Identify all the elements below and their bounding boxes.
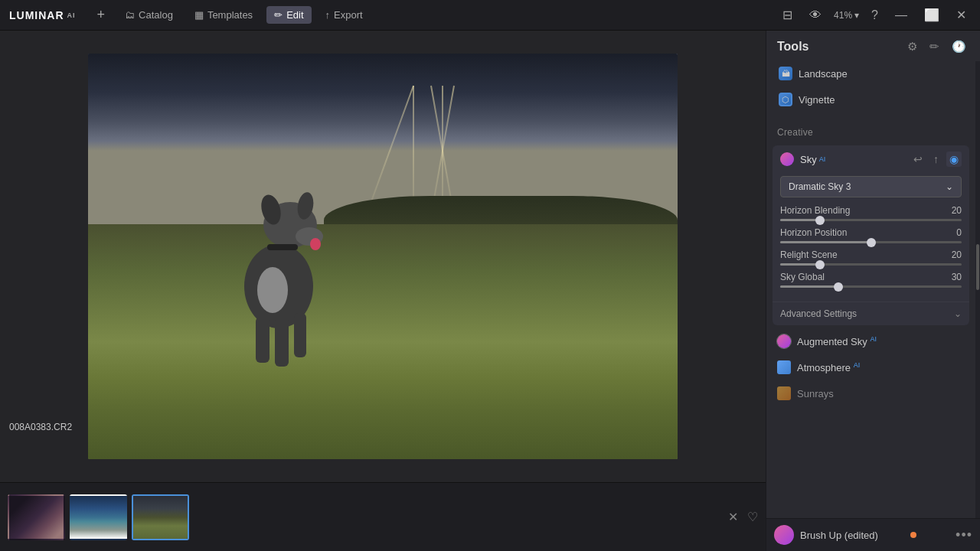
- dual-view-icon[interactable]: ⊟: [778, 5, 797, 25]
- filmstrip-thumb-2[interactable]: [70, 494, 127, 540]
- sky-global-track[interactable]: [780, 285, 962, 288]
- catalog-nav-button[interactable]: 🗂 Catalog: [117, 6, 181, 24]
- panel-header-icons: ⚙ ✏ 🕐: [904, 38, 969, 55]
- zoom-value: 41%: [834, 10, 852, 21]
- svg-rect-8: [294, 313, 306, 357]
- image-dog: [217, 164, 340, 378]
- templates-nav-button[interactable]: ▦ Templates: [187, 6, 260, 24]
- export-icon: ↑: [325, 9, 331, 21]
- catalog-icon: 🗂: [125, 9, 135, 21]
- sunrays-icon: [777, 386, 791, 400]
- thumb-1-img: [9, 496, 64, 539]
- panel-scroll[interactable]: 🏔 Landscape ⬡ Vignette Creative S: [766, 61, 975, 518]
- relight-scene-track[interactable]: [780, 263, 962, 266]
- main-layout: 008A0383.CR2 ✕ ♡ Tools ⚙ ✏: [0, 31, 980, 551]
- horizon-position-fill: [780, 241, 871, 243]
- panel-content: 🏔 Landscape ⬡ Vignette Creative S: [766, 61, 980, 518]
- horizon-blending-thumb[interactable]: [815, 216, 825, 225]
- help-icon[interactable]: ?: [867, 5, 883, 25]
- sunrays-item[interactable]: Sunrays: [766, 380, 975, 406]
- horizon-blending-label-row: Horizon Blending 20: [780, 205, 962, 216]
- edit-label: Edit: [286, 9, 303, 21]
- augmented-sky-item[interactable]: Augmented Sky AI: [766, 328, 975, 354]
- advanced-settings-label: Advanced Settings: [780, 308, 857, 319]
- relight-scene-label: Relight Scene: [780, 249, 838, 260]
- horizon-position-slider-row: Horizon Position 0: [780, 227, 962, 243]
- landscape-tool-label: Landscape: [799, 68, 848, 80]
- brush-more-button[interactable]: •••: [956, 527, 972, 543]
- sky-panel-header[interactable]: Sky AI ↩ ↑ ◉: [773, 145, 969, 173]
- relight-scene-value: 20: [952, 249, 962, 260]
- add-button[interactable]: +: [91, 4, 112, 26]
- sky-undo-icon[interactable]: ↩: [910, 152, 926, 167]
- panel-title: Tools: [777, 40, 808, 54]
- svg-rect-6: [256, 317, 270, 363]
- advanced-settings-row[interactable]: Advanced Settings ⌄: [773, 302, 969, 325]
- horizon-position-thumb[interactable]: [867, 238, 876, 247]
- panel-header: Tools ⚙ ✏ 🕐: [766, 31, 980, 61]
- export-label: Export: [334, 9, 363, 21]
- horizon-position-label-row: Horizon Position 0: [780, 227, 962, 238]
- sky-upload-icon[interactable]: ↑: [930, 152, 942, 167]
- panel-settings-icon[interactable]: ⚙: [904, 38, 920, 55]
- thumb-3-img: [133, 496, 188, 539]
- vignette-tool-item[interactable]: ⬡ Vignette: [773, 87, 969, 112]
- filmstrip-thumb-1[interactable]: [8, 494, 65, 540]
- app-logo: LUMINAR AI: [9, 9, 76, 21]
- sky-panel-title: Sky AI: [800, 154, 825, 165]
- canvas-area[interactable]: 008A0383.CR2: [0, 31, 766, 482]
- relight-scene-thumb[interactable]: [815, 260, 825, 269]
- sky-global-slider-row: Sky Global 30: [780, 272, 962, 288]
- eye-icon[interactable]: 👁: [805, 5, 826, 25]
- augmented-sky-label: Augmented Sky AI: [797, 335, 877, 347]
- sky-preset-chevron-icon: ⌄: [946, 181, 953, 192]
- filmstrip-thumb-3[interactable]: [132, 494, 189, 540]
- sky-panel-actions: ↩ ↑ ◉: [910, 152, 962, 167]
- filmstrip: ✕ ♡: [0, 482, 766, 551]
- vignette-icon: ⬡: [779, 93, 792, 106]
- templates-label: Templates: [207, 9, 253, 21]
- filename: 008A0383.CR2: [9, 422, 72, 432]
- brush-label: Brush Up (edited): [800, 530, 878, 541]
- atmosphere-label: Atmosphere AI: [797, 361, 860, 373]
- app-name: LUMINAR: [9, 9, 64, 21]
- sky-global-thumb[interactable]: [834, 282, 843, 292]
- zoom-control[interactable]: 41% ▾: [834, 10, 859, 21]
- horizon-blending-track[interactable]: [780, 219, 962, 221]
- sky-preset-value: Dramatic Sky 3: [789, 181, 851, 192]
- catalog-label: Catalog: [139, 9, 173, 21]
- close-icon[interactable]: ✕: [952, 5, 971, 25]
- horizon-blending-slider-row: Horizon Blending 20: [780, 205, 962, 221]
- relight-scene-label-row: Relight Scene 20: [780, 249, 962, 260]
- main-image: [88, 54, 678, 459]
- sky-global-fill: [780, 285, 838, 288]
- templates-icon: ▦: [194, 9, 204, 21]
- edit-nav-button[interactable]: ✏ Edit: [266, 6, 311, 24]
- panel-history-icon[interactable]: 🕐: [949, 38, 969, 55]
- sky-ai-badge: AI: [819, 155, 826, 163]
- panel-scrollbar[interactable]: [975, 61, 980, 518]
- maximize-icon[interactable]: ⬜: [920, 5, 944, 25]
- landscape-tool-item[interactable]: 🏔 Landscape: [773, 61, 969, 86]
- horizon-position-track[interactable]: [780, 241, 962, 243]
- tools-list: 🏔 Landscape ⬡ Vignette: [766, 61, 975, 119]
- sky-preset-dropdown[interactable]: Dramatic Sky 3 ⌄: [780, 176, 962, 197]
- creative-section-label: Creative: [766, 119, 975, 142]
- export-nav-button[interactable]: ↑ Export: [318, 6, 371, 24]
- filmstrip-close-icon[interactable]: ✕: [728, 510, 738, 524]
- sky-content: Dramatic Sky 3 ⌄ Horizon Blending 20: [773, 173, 969, 302]
- horizon-position-value: 0: [956, 227, 962, 238]
- augmented-sky-icon: [777, 334, 791, 348]
- filmstrip-favorite-icon[interactable]: ♡: [747, 510, 758, 524]
- atmosphere-item[interactable]: Atmosphere AI: [766, 354, 975, 380]
- filmstrip-actions: ✕ ♡: [728, 510, 758, 524]
- svg-rect-7: [275, 317, 289, 367]
- sunrays-label: Sunrays: [797, 388, 834, 399]
- panel-brush-icon[interactable]: ✏: [926, 38, 942, 55]
- horizon-blending-value: 20: [952, 205, 962, 216]
- sky-global-value: 30: [952, 272, 962, 282]
- landscape-icon: 🏔: [779, 67, 792, 80]
- minimize-icon[interactable]: —: [890, 5, 912, 25]
- relight-scene-slider-row: Relight Scene 20: [780, 249, 962, 266]
- sky-visibility-icon[interactable]: ◉: [946, 152, 962, 167]
